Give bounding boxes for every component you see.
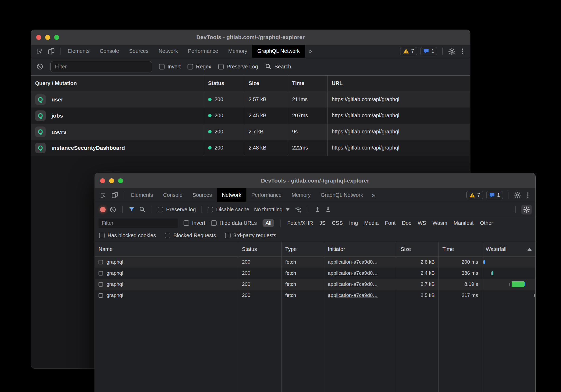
- tab-network[interactable]: Network: [153, 45, 183, 58]
- settings-gear-icon[interactable]: [448, 47, 456, 55]
- hide-data-urls-checkbox[interactable]: Hide data URLs: [211, 220, 257, 226]
- col-header-status[interactable]: Status: [204, 76, 244, 91]
- search-button[interactable]: Search: [265, 63, 291, 70]
- throttling-dropdown[interactable]: No throttling: [253, 207, 291, 213]
- initiator-link[interactable]: application-a7ca9d0…: [328, 281, 378, 287]
- col-header-size[interactable]: Size: [244, 76, 288, 91]
- type-filter-img[interactable]: Img: [349, 220, 358, 226]
- titlebar[interactable]: DevTools - gitlab.com/-/graphql-explorer: [95, 173, 535, 188]
- col-header-query-mutation[interactable]: Query / Mutation: [31, 76, 204, 91]
- col-header-name[interactable]: Name: [95, 242, 238, 256]
- tab-console[interactable]: Console: [95, 45, 124, 58]
- fullscreen-button[interactable]: [118, 178, 123, 183]
- table-row[interactable]: graphql 200 fetch application-a7ca9d0… 2…: [95, 290, 535, 301]
- table-row[interactable]: graphql 200 fetch application-a7ca9d0… 2…: [95, 268, 535, 279]
- initiator-link[interactable]: application-a7ca9d0…: [328, 259, 378, 265]
- col-header-time[interactable]: Time: [439, 242, 482, 256]
- table-row[interactable]: Q jobs 200 2.45 kB 207ms https://gitlab.…: [31, 108, 470, 124]
- initiator-link[interactable]: application-a7ca9d0…: [328, 270, 378, 276]
- invert-checkbox[interactable]: Invert: [184, 220, 205, 226]
- tab-elements[interactable]: Elements: [126, 188, 158, 202]
- row-checkbox[interactable]: [99, 260, 103, 264]
- col-header-size[interactable]: Size: [397, 242, 439, 256]
- search-icon[interactable]: [139, 206, 146, 213]
- table-row[interactable]: graphql 200 fetch application-a7ca9d0… 2…: [95, 256, 535, 268]
- clear-requests-icon[interactable]: [109, 206, 116, 213]
- filter-input[interactable]: [99, 218, 178, 228]
- disable-cache-checkbox[interactable]: Disable cache: [208, 207, 249, 213]
- initiator-link[interactable]: application-a7ca9d0…: [328, 292, 378, 298]
- has-blocked-cookies-checkbox[interactable]: Has blocked cookies: [99, 232, 156, 239]
- row-checkbox[interactable]: [99, 282, 103, 287]
- type-filter-ws[interactable]: WS: [418, 220, 426, 226]
- tab-network[interactable]: Network: [217, 188, 246, 202]
- col-header-type[interactable]: Type: [282, 242, 324, 256]
- col-header-waterfall[interactable]: Waterfall: [482, 242, 535, 256]
- query-name-cell: Q jobs: [31, 108, 204, 124]
- import-har-icon[interactable]: [314, 206, 321, 213]
- tab-performance[interactable]: Performance: [183, 45, 223, 58]
- issues-badge[interactable]: 1: [486, 191, 503, 199]
- device-toolbar-icon[interactable]: [111, 192, 118, 199]
- type-filter-other[interactable]: Other: [480, 220, 493, 226]
- tab-graphql-network[interactable]: GraphQL Network: [252, 45, 305, 58]
- kebab-menu-icon[interactable]: [459, 48, 466, 55]
- export-har-icon[interactable]: [325, 206, 331, 213]
- table-row[interactable]: Q user 200 2.57 kB 211ms https://gitlab.…: [31, 91, 470, 108]
- type-filter-all[interactable]: All: [263, 219, 274, 227]
- close-button[interactable]: [100, 178, 105, 183]
- tab-console[interactable]: Console: [158, 188, 187, 202]
- type-filter-media[interactable]: Media: [364, 220, 378, 226]
- col-header-time[interactable]: Time: [288, 76, 328, 91]
- type-filter-css[interactable]: CSS: [332, 220, 343, 226]
- invert-checkbox[interactable]: Invert: [159, 64, 181, 70]
- fullscreen-button[interactable]: [54, 35, 59, 40]
- record-button[interactable]: [100, 207, 106, 212]
- close-button[interactable]: [36, 35, 41, 40]
- warnings-badge[interactable]: 7: [466, 191, 483, 199]
- col-header-status[interactable]: Status: [238, 242, 282, 256]
- preserve-log-checkbox[interactable]: Preserve log: [158, 207, 196, 213]
- inspect-element-icon[interactable]: [36, 48, 43, 55]
- type-filter-wasm[interactable]: Wasm: [432, 220, 447, 226]
- col-header-initiator[interactable]: Initiator: [324, 242, 397, 256]
- col-header-url[interactable]: URL: [328, 76, 470, 91]
- warnings-badge[interactable]: 7: [400, 47, 417, 55]
- row-checkbox[interactable]: [99, 293, 103, 298]
- issues-badge[interactable]: 1: [420, 47, 437, 55]
- filter-funnel-icon[interactable]: [128, 206, 135, 213]
- row-checkbox[interactable]: [99, 271, 103, 276]
- tab-elements[interactable]: Elements: [63, 45, 95, 58]
- clear-block-icon[interactable]: [36, 63, 44, 70]
- tab-sources[interactable]: Sources: [188, 188, 217, 202]
- filter-input[interactable]: [50, 61, 152, 72]
- more-tabs-icon[interactable]: »: [305, 45, 316, 58]
- kebab-menu-icon[interactable]: [525, 192, 531, 198]
- table-row[interactable]: Q users 200 2.7 kB 9s https://gitlab.com…: [31, 124, 470, 140]
- tab-graphql-network[interactable]: GraphQL Network: [316, 188, 368, 202]
- tab-memory[interactable]: Memory: [287, 188, 316, 202]
- tab-performance[interactable]: Performance: [246, 188, 287, 202]
- blocked-requests-checkbox[interactable]: Blocked Requests: [165, 232, 216, 239]
- preserve-log-checkbox[interactable]: Preserve Log: [218, 64, 258, 70]
- tab-sources[interactable]: Sources: [124, 45, 153, 58]
- type-filter-manifest[interactable]: Manifest: [454, 220, 474, 226]
- titlebar[interactable]: DevTools - gitlab.com/-/graphql-explorer: [31, 30, 470, 45]
- table-row[interactable]: graphql 200 fetch application-a7ca9d0… 2…: [95, 279, 535, 290]
- tab-memory[interactable]: Memory: [223, 45, 252, 58]
- more-tabs-icon[interactable]: »: [368, 188, 379, 202]
- network-settings-gear-icon[interactable]: [521, 205, 532, 214]
- table-row[interactable]: Q instanceSecurityDashboard 200 2.48 kB …: [31, 140, 470, 156]
- type-filter-font[interactable]: Font: [385, 220, 396, 226]
- settings-gear-icon[interactable]: [514, 191, 521, 199]
- inspect-element-icon[interactable]: [100, 192, 106, 199]
- network-conditions-icon[interactable]: [294, 206, 302, 213]
- type-filter-doc[interactable]: Doc: [402, 220, 412, 226]
- minimize-button[interactable]: [109, 178, 114, 183]
- type-filter-js[interactable]: JS: [319, 220, 325, 226]
- type-filter-fetch-xhr[interactable]: Fetch/XHR: [287, 220, 313, 226]
- minimize-button[interactable]: [45, 35, 50, 40]
- regex-checkbox[interactable]: Regex: [188, 64, 211, 70]
- third-party-requests-checkbox[interactable]: 3rd-party requests: [225, 232, 276, 239]
- device-toolbar-icon[interactable]: [48, 48, 55, 55]
